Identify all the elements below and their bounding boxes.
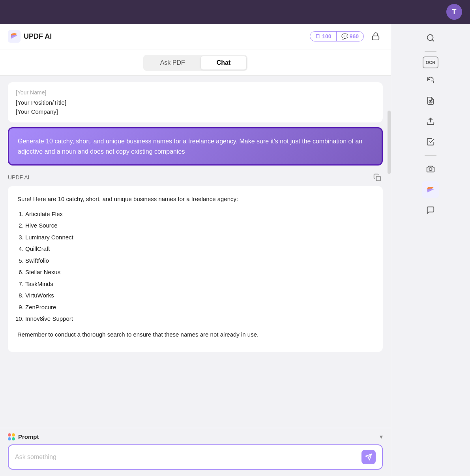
user-avatar[interactable]: T: [446, 4, 462, 20]
prior-line1: [Your Position/Title]: [16, 98, 375, 107]
convert-icon[interactable]: [422, 71, 439, 89]
updf-ai-sidebar-icon[interactable]: [422, 181, 439, 198]
ask-input[interactable]: [15, 453, 361, 461]
token-count: 🗒 100: [310, 32, 336, 41]
logo-text: UPDF AI: [24, 32, 52, 41]
list-item: VirtuWorks: [25, 290, 373, 301]
chat-count: 💬 960: [337, 32, 363, 41]
ocr-icon[interactable]: OCR: [423, 56, 438, 68]
ai-label-row: UPDF AI: [8, 172, 383, 183]
list-item: Luminary Connect: [25, 232, 373, 243]
chat-bubble-icon[interactable]: [422, 201, 439, 219]
list-item: Articulate Flex: [25, 209, 373, 219]
ai-intro: Sure! Here are 10 catchy, short, and uni…: [17, 194, 373, 204]
list-item: ZenProcure: [25, 302, 373, 312]
share-icon[interactable]: [422, 113, 439, 130]
sidebar-divider-1: [425, 51, 436, 52]
lock-doc-icon[interactable]: [422, 92, 439, 109]
list-item: Stellar Nexus: [25, 267, 373, 277]
prior-message: [Your Name] [Your Position/Title] [Your …: [8, 82, 383, 122]
updf-ai-logo-small: [425, 184, 436, 195]
svg-rect-1: [373, 36, 379, 40]
prompt-label-area: Prompt: [8, 433, 39, 440]
list-item: Innov8ive Support: [25, 314, 373, 324]
list-item: TaskMinds: [25, 279, 373, 289]
user-message-bubble: Generate 10 catchy, short, and unique bu…: [8, 127, 383, 166]
tab-chat[interactable]: Chat: [201, 56, 247, 70]
lock-icon[interactable]: [369, 29, 383, 43]
token-icon: 🗒: [315, 33, 320, 40]
ai-footer: Remember to conduct a thorough search to…: [17, 329, 373, 340]
updf-logo-icon: [8, 30, 21, 43]
right-sidebar: OCR: [391, 24, 470, 476]
ai-response-wrapper: UPDF AI Sure! Here are 10 catchy, short,…: [8, 172, 383, 352]
tab-ask-pdf[interactable]: Ask PDF: [144, 56, 201, 70]
sidebar-divider-2: [425, 155, 436, 156]
camera-icon[interactable]: [422, 160, 439, 178]
prompt-text: Prompt: [18, 433, 39, 440]
logo-area: UPDF AI: [8, 30, 52, 43]
copy-button[interactable]: [372, 172, 383, 183]
main-panel: UPDF AI 🗒 100 💬 960: [0, 24, 391, 476]
bottom-bar: Prompt ▾: [0, 428, 391, 476]
list-item: Hive Source: [25, 220, 373, 231]
chat-icon: 💬: [341, 33, 348, 40]
svg-point-7: [429, 167, 432, 170]
prior-line2: [Your Company]: [16, 107, 375, 117]
send-button[interactable]: [361, 450, 376, 464]
content-area: [Your Name] [Your Position/Title] [Your …: [0, 76, 391, 428]
ai-response-box: Sure! Here are 10 catchy, short, and uni…: [8, 186, 383, 352]
prior-faded: [Your Name]: [16, 88, 375, 97]
list-item: QuillCraft: [25, 244, 373, 254]
top-bar: T: [0, 0, 470, 24]
tab-group: Ask PDF Chat: [143, 55, 248, 71]
scrollbar-thumb[interactable]: [388, 111, 391, 174]
list-item: Swiftfolio: [25, 256, 373, 266]
search-icon[interactable]: [422, 29, 439, 47]
token-badge[interactable]: 🗒 100 💬 960: [310, 31, 364, 41]
ai-sender-label: UPDF AI: [8, 174, 29, 181]
ai-list: Articulate Flex Hive Source Luminary Con…: [17, 209, 373, 324]
header-bar: UPDF AI 🗒 100 💬 960: [0, 24, 391, 49]
user-message-text: Generate 10 catchy, short, and unique bu…: [18, 138, 362, 155]
svg-point-3: [427, 35, 433, 41]
dots-icon: [8, 433, 15, 440]
svg-rect-2: [376, 177, 381, 181]
checkbox-icon[interactable]: [422, 133, 439, 151]
input-row: [8, 444, 383, 470]
ocr-label: OCR: [426, 60, 435, 65]
prompt-chevron[interactable]: ▾: [380, 433, 383, 440]
prompt-row: Prompt ▾: [8, 433, 383, 440]
svg-point-5: [430, 101, 431, 102]
